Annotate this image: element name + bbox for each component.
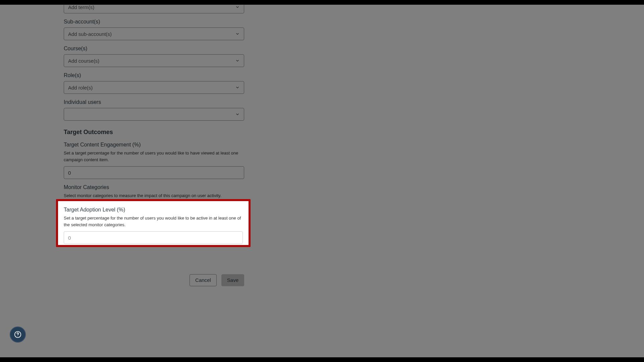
chevron-down-icon [235, 32, 240, 36]
courses-label: Course(s) [64, 46, 244, 52]
help-fab[interactable] [10, 326, 26, 343]
courses-placeholder: Add course(s) [68, 58, 235, 64]
svg-point-1 [17, 336, 18, 336]
content-engagement-help: Set a target percentage for the number o… [64, 150, 244, 163]
target-outcomes-heading: Target Outcomes [64, 129, 244, 136]
chevron-down-icon [235, 58, 240, 63]
bottom-black-bar [0, 357, 644, 362]
monitor-categories-label: Monitor Categories [64, 184, 244, 190]
courses-select[interactable]: Add course(s) [64, 54, 244, 67]
sub-accounts-placeholder: Add sub-account(s) [68, 31, 235, 37]
roles-label: Role(s) [64, 72, 244, 78]
chevron-down-icon [235, 85, 240, 90]
terms-placeholder: Add term(s) [68, 4, 235, 10]
adoption-level-help: Set a target percentage for the number o… [64, 215, 243, 228]
sub-accounts-label: Sub-account(s) [64, 19, 244, 25]
chevron-down-icon [235, 112, 240, 117]
chevron-down-icon [235, 5, 240, 9]
individual-users-label: Individual users [64, 99, 244, 105]
content-engagement-input[interactable] [64, 166, 244, 179]
individual-users-select[interactable] [64, 108, 244, 121]
top-black-bar [0, 0, 644, 5]
roles-select[interactable]: Add role(s) [64, 81, 244, 94]
roles-placeholder: Add role(s) [68, 85, 235, 90]
question-icon [14, 331, 21, 338]
monitor-categories-help: Select monitor categories to measure the… [64, 192, 244, 199]
sub-accounts-select[interactable]: Add sub-account(s) [64, 27, 244, 40]
cancel-button[interactable]: Cancel [190, 274, 217, 286]
adoption-level-input[interactable] [64, 231, 243, 244]
content-engagement-label: Target Content Engagement (%) [64, 142, 244, 148]
save-button[interactable]: Save [221, 274, 244, 286]
adoption-level-label: Target Adoption Level (%) [64, 207, 243, 213]
